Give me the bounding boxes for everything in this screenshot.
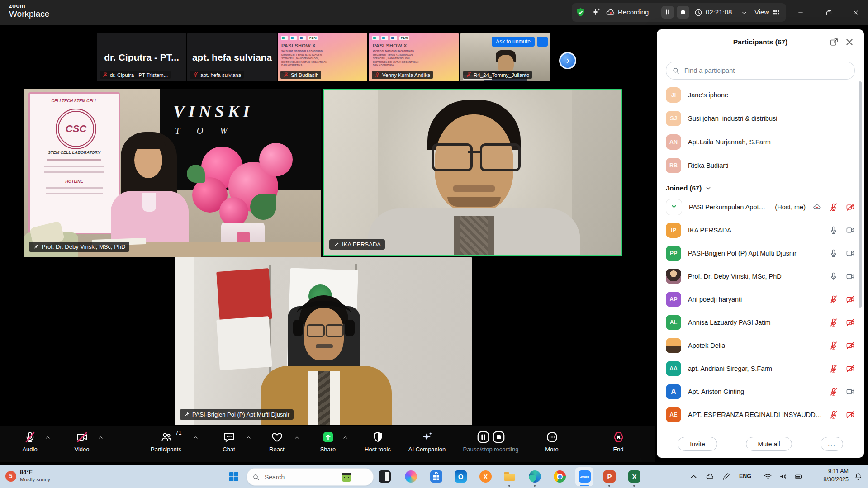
close-panel-icon[interactable]: [845, 38, 854, 47]
stage-label-text: Prof. Dr. Deby Vinski, MSc, PhD: [42, 243, 125, 250]
wifi-icon[interactable]: [764, 472, 772, 481]
participants-button[interactable]: Participants: [141, 431, 191, 453]
taskbar-search-box[interactable]: [247, 468, 374, 486]
participant-row[interactable]: AA apt. Andriani Siregar, S.Farm: [666, 357, 855, 380]
pause-recording-icon[interactable]: [477, 431, 489, 443]
avatar: AL: [666, 315, 681, 330]
mute-all-button[interactable]: Mute all: [746, 437, 792, 451]
notifications-bell-icon[interactable]: [854, 472, 863, 481]
participant-row[interactable]: AP Ani poedji haryanti: [666, 288, 855, 311]
share-chevron-up-icon[interactable]: [342, 435, 348, 441]
participant-row[interactable]: A Apt. Ariston Ginting: [666, 380, 855, 403]
participant-row[interactable]: AE APT. ESPERANZA REGINALDI INSYAUDDI...: [666, 403, 855, 426]
weather-condition[interactable]: Mostly sunny: [20, 477, 50, 482]
participant-row[interactable]: AN Apt.Laila Nurjannah, S.Farm: [666, 130, 855, 154]
minimize-icon: [797, 9, 804, 16]
pause-stop-recording-button[interactable]: Pause/stop recording: [450, 431, 531, 453]
joined-section-header[interactable]: Joined (67): [657, 177, 864, 195]
tray-clock-date[interactable]: 8/30/2025: [814, 476, 849, 483]
battery-icon[interactable]: [794, 472, 803, 481]
participant-row[interactable]: SJ Susi johan_industri & distribusi: [666, 107, 855, 130]
view-grid-icon[interactable]: [772, 8, 781, 17]
popout-icon[interactable]: [830, 38, 839, 47]
tray-chevron-up-icon[interactable]: [689, 472, 698, 481]
video-chevron-up-icon[interactable]: [98, 435, 104, 441]
pen-input-icon[interactable]: [722, 472, 730, 481]
photo-avatar: [666, 338, 681, 353]
host-tools-button[interactable]: Host tools: [353, 431, 403, 453]
language-indicator[interactable]: ENG: [739, 473, 751, 479]
timer-chevron-down-icon[interactable]: [741, 9, 748, 16]
filmstrip-tile-ciputra[interactable]: dr. Ciputra - PT... dr. Ciputra - PT Tri…: [97, 33, 186, 81]
taskbar-app-store[interactable]: [430, 470, 442, 483]
search-input[interactable]: [683, 66, 849, 75]
filmstrip-tile-venny[interactable]: PASI PASI SHOW X Webinar Nasional Kecant…: [369, 33, 459, 81]
taskbar-app-copilot[interactable]: [405, 470, 417, 483]
share-label: Share: [320, 446, 336, 453]
filmstrip-tile-sri[interactable]: PASI PASI SHOW X Webinar Nasional Kecant…: [278, 33, 367, 81]
tray-clock-time[interactable]: 9:11 AM: [814, 468, 849, 474]
security-shield-icon[interactable]: [575, 7, 586, 18]
stage-tile-ika-persada[interactable]: IKA PERSADA: [323, 89, 622, 256]
edge-running-dot: [534, 485, 536, 487]
taskbar-app-edge[interactable]: [529, 470, 541, 483]
filmstrip-tile-hefa[interactable]: apt. hefa sulviana apt. hefa sulviana: [187, 33, 277, 81]
taskbar-app-powerpoint[interactable]: P: [603, 470, 616, 483]
ai-companion-button[interactable]: AI Companion: [402, 431, 452, 453]
participants-chevron-up-icon[interactable]: [193, 435, 199, 441]
stage-tile-deby[interactable]: VINSKI T O W CELLTECH STEM CELL CSC STEM…: [24, 89, 321, 257]
pin-icon: [333, 242, 339, 247]
ask-to-unmute-button[interactable]: Ask to unmute: [492, 37, 535, 47]
end-button[interactable]: End: [593, 431, 643, 453]
taskbar-app-clipchamp[interactable]: [379, 470, 391, 483]
weather-temp[interactable]: 84°F: [20, 469, 33, 475]
filmstrip-tile-tommy[interactable]: Ask to unmute ... R4_24_Tommy_Julianto: [460, 33, 550, 81]
recording-cloud-icon: [812, 203, 821, 212]
audio-chevron-up-icon[interactable]: [45, 435, 51, 441]
start-button[interactable]: [228, 471, 239, 482]
more-button[interactable]: More: [527, 431, 577, 453]
chat-chevron-up-icon[interactable]: [246, 435, 251, 441]
pause-recording-button[interactable]: [661, 6, 674, 19]
restore-button[interactable]: [822, 6, 835, 19]
stage-tile-mufti[interactable]: PASI PASI-Brigjen Pol (P) Apt Mufti Djus…: [175, 257, 472, 425]
invite-button[interactable]: Invite: [678, 437, 717, 451]
panel-more-button[interactable]: ...: [821, 437, 843, 451]
react-chevron-up-icon[interactable]: [294, 435, 300, 441]
tile-more-button[interactable]: ...: [537, 37, 548, 47]
stop-recording-icon[interactable]: [493, 431, 505, 443]
taskbar-app-excel[interactable]: X: [628, 470, 640, 483]
participant-row[interactable]: RB Riska Budiarti: [666, 154, 855, 177]
avatar: RB: [666, 158, 681, 173]
participant-row[interactable]: AL Annisa Lazuardy PASI Jatim: [666, 311, 855, 334]
onedrive-cloud-icon[interactable]: [706, 472, 714, 481]
taskbar-app-zoom[interactable]: zoom: [579, 470, 591, 483]
participant-name: PASI Perkumpulan Apoteke...: [689, 204, 767, 211]
taskbar-app-chrome[interactable]: [554, 470, 566, 483]
participant-row[interactable]: Prof. Dr. Deby Vinski, MSc, PhD: [666, 265, 855, 288]
ai-companion-sparkle-icon[interactable]: [591, 7, 601, 18]
taskbar-app-xampp[interactable]: X: [479, 470, 492, 483]
taskbar-search-input[interactable]: [264, 473, 338, 481]
participant-name: Ani poedji haryanti: [688, 296, 742, 303]
panel-scrollbar[interactable]: [859, 81, 862, 308]
close-window-button[interactable]: [849, 6, 862, 19]
participants-count-badge: 71: [175, 430, 181, 436]
participant-search-box[interactable]: [666, 62, 855, 80]
participant-row[interactable]: PP PASI-Brigjen Pol (P) Apt Mufti Djusni…: [666, 242, 855, 265]
taskbar-app-outlook[interactable]: O: [455, 470, 467, 483]
next-page-arrow-button[interactable]: [559, 52, 576, 69]
taskbar-app-explorer[interactable]: [503, 470, 516, 483]
minimize-button[interactable]: [794, 6, 807, 19]
participant-row[interactable]: IP IKA PERSADA: [666, 218, 855, 242]
shield-half-icon: [372, 431, 384, 443]
participant-row[interactable]: PASI Perkumpulan Apoteke... (Host, me): [666, 195, 855, 218]
speaker-icon[interactable]: [779, 472, 787, 481]
participant-row[interactable]: JI Jane's iphone: [666, 83, 855, 107]
kemenkes-logo: [372, 36, 379, 40]
weather-alert-badge[interactable]: 5: [5, 471, 16, 482]
view-button-label[interactable]: View: [754, 8, 769, 16]
farmasi-logo: [390, 36, 397, 40]
participant-row[interactable]: Apotek Delia: [666, 334, 855, 357]
stop-recording-button[interactable]: [677, 6, 689, 19]
